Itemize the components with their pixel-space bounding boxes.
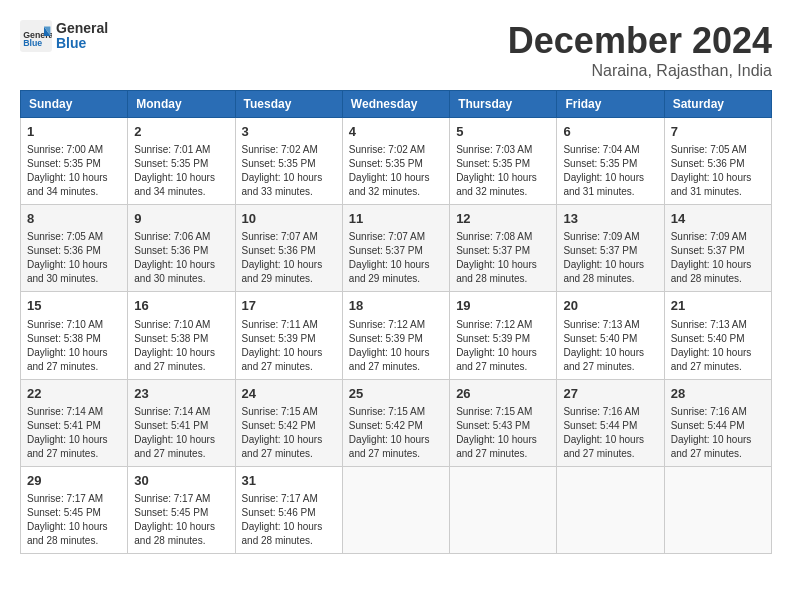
day-number: 2	[134, 123, 228, 141]
day-number: 17	[242, 297, 336, 315]
day-number: 27	[563, 385, 657, 403]
day-number: 18	[349, 297, 443, 315]
day-info: Sunrise: 7:10 AM Sunset: 5:38 PM Dayligh…	[27, 318, 121, 374]
day-info: Sunrise: 7:14 AM Sunset: 5:41 PM Dayligh…	[27, 405, 121, 461]
calendar-day-cell: 12Sunrise: 7:08 AM Sunset: 5:37 PM Dayli…	[450, 205, 557, 292]
day-number: 8	[27, 210, 121, 228]
day-number: 22	[27, 385, 121, 403]
day-number: 24	[242, 385, 336, 403]
day-info: Sunrise: 7:15 AM Sunset: 5:43 PM Dayligh…	[456, 405, 550, 461]
day-number: 4	[349, 123, 443, 141]
day-info: Sunrise: 7:05 AM Sunset: 5:36 PM Dayligh…	[671, 143, 765, 199]
day-number: 14	[671, 210, 765, 228]
calendar-day-cell: 7Sunrise: 7:05 AM Sunset: 5:36 PM Daylig…	[664, 118, 771, 205]
calendar-day-cell: 15Sunrise: 7:10 AM Sunset: 5:38 PM Dayli…	[21, 292, 128, 379]
day-number: 9	[134, 210, 228, 228]
day-number: 19	[456, 297, 550, 315]
day-info: Sunrise: 7:10 AM Sunset: 5:38 PM Dayligh…	[134, 318, 228, 374]
calendar-day-cell: 1Sunrise: 7:00 AM Sunset: 5:35 PM Daylig…	[21, 118, 128, 205]
calendar-row: 22Sunrise: 7:14 AM Sunset: 5:41 PM Dayli…	[21, 379, 772, 466]
day-number: 31	[242, 472, 336, 490]
calendar-header-row: SundayMondayTuesdayWednesdayThursdayFrid…	[21, 91, 772, 118]
day-of-week-header: Friday	[557, 91, 664, 118]
day-number: 23	[134, 385, 228, 403]
calendar-day-cell: 31Sunrise: 7:17 AM Sunset: 5:46 PM Dayli…	[235, 466, 342, 553]
day-info: Sunrise: 7:17 AM Sunset: 5:46 PM Dayligh…	[242, 492, 336, 548]
day-info: Sunrise: 7:09 AM Sunset: 5:37 PM Dayligh…	[563, 230, 657, 286]
calendar-row: 8Sunrise: 7:05 AM Sunset: 5:36 PM Daylig…	[21, 205, 772, 292]
day-info: Sunrise: 7:13 AM Sunset: 5:40 PM Dayligh…	[671, 318, 765, 374]
calendar-day-cell: 23Sunrise: 7:14 AM Sunset: 5:41 PM Dayli…	[128, 379, 235, 466]
day-of-week-header: Sunday	[21, 91, 128, 118]
svg-text:Blue: Blue	[23, 38, 42, 48]
calendar-day-cell: 16Sunrise: 7:10 AM Sunset: 5:38 PM Dayli…	[128, 292, 235, 379]
calendar-row: 1Sunrise: 7:00 AM Sunset: 5:35 PM Daylig…	[21, 118, 772, 205]
day-of-week-header: Monday	[128, 91, 235, 118]
calendar-day-cell: 18Sunrise: 7:12 AM Sunset: 5:39 PM Dayli…	[342, 292, 449, 379]
calendar-day-cell: 2Sunrise: 7:01 AM Sunset: 5:35 PM Daylig…	[128, 118, 235, 205]
day-number: 5	[456, 123, 550, 141]
day-number: 21	[671, 297, 765, 315]
day-info: Sunrise: 7:02 AM Sunset: 5:35 PM Dayligh…	[349, 143, 443, 199]
day-info: Sunrise: 7:17 AM Sunset: 5:45 PM Dayligh…	[134, 492, 228, 548]
day-number: 7	[671, 123, 765, 141]
day-info: Sunrise: 7:07 AM Sunset: 5:37 PM Dayligh…	[349, 230, 443, 286]
day-number: 30	[134, 472, 228, 490]
day-number: 28	[671, 385, 765, 403]
day-number: 11	[349, 210, 443, 228]
day-of-week-header: Saturday	[664, 91, 771, 118]
day-of-week-header: Tuesday	[235, 91, 342, 118]
calendar-day-cell: 3Sunrise: 7:02 AM Sunset: 5:35 PM Daylig…	[235, 118, 342, 205]
calendar-day-cell: 24Sunrise: 7:15 AM Sunset: 5:42 PM Dayli…	[235, 379, 342, 466]
day-info: Sunrise: 7:15 AM Sunset: 5:42 PM Dayligh…	[349, 405, 443, 461]
day-number: 13	[563, 210, 657, 228]
calendar-day-cell: 6Sunrise: 7:04 AM Sunset: 5:35 PM Daylig…	[557, 118, 664, 205]
day-number: 20	[563, 297, 657, 315]
logo-blue: Blue	[56, 36, 108, 51]
calendar-day-cell: 22Sunrise: 7:14 AM Sunset: 5:41 PM Dayli…	[21, 379, 128, 466]
day-number: 3	[242, 123, 336, 141]
calendar-day-cell: 28Sunrise: 7:16 AM Sunset: 5:44 PM Dayli…	[664, 379, 771, 466]
day-of-week-header: Thursday	[450, 91, 557, 118]
day-info: Sunrise: 7:01 AM Sunset: 5:35 PM Dayligh…	[134, 143, 228, 199]
calendar-day-cell: 8Sunrise: 7:05 AM Sunset: 5:36 PM Daylig…	[21, 205, 128, 292]
day-info: Sunrise: 7:16 AM Sunset: 5:44 PM Dayligh…	[671, 405, 765, 461]
day-info: Sunrise: 7:12 AM Sunset: 5:39 PM Dayligh…	[349, 318, 443, 374]
day-number: 6	[563, 123, 657, 141]
day-info: Sunrise: 7:09 AM Sunset: 5:37 PM Dayligh…	[671, 230, 765, 286]
day-info: Sunrise: 7:04 AM Sunset: 5:35 PM Dayligh…	[563, 143, 657, 199]
day-info: Sunrise: 7:03 AM Sunset: 5:35 PM Dayligh…	[456, 143, 550, 199]
calendar-day-cell: 14Sunrise: 7:09 AM Sunset: 5:37 PM Dayli…	[664, 205, 771, 292]
day-number: 1	[27, 123, 121, 141]
day-info: Sunrise: 7:15 AM Sunset: 5:42 PM Dayligh…	[242, 405, 336, 461]
calendar-day-cell: 4Sunrise: 7:02 AM Sunset: 5:35 PM Daylig…	[342, 118, 449, 205]
calendar-empty-cell	[342, 466, 449, 553]
calendar-day-cell: 5Sunrise: 7:03 AM Sunset: 5:35 PM Daylig…	[450, 118, 557, 205]
day-info: Sunrise: 7:00 AM Sunset: 5:35 PM Dayligh…	[27, 143, 121, 199]
calendar-empty-cell	[557, 466, 664, 553]
calendar-day-cell: 25Sunrise: 7:15 AM Sunset: 5:42 PM Dayli…	[342, 379, 449, 466]
calendar-day-cell: 20Sunrise: 7:13 AM Sunset: 5:40 PM Dayli…	[557, 292, 664, 379]
calendar-empty-cell	[450, 466, 557, 553]
title-area: December 2024 Naraina, Rajasthan, India	[508, 20, 772, 80]
calendar-table: SundayMondayTuesdayWednesdayThursdayFrid…	[20, 90, 772, 554]
logo-general: General	[56, 21, 108, 36]
day-info: Sunrise: 7:14 AM Sunset: 5:41 PM Dayligh…	[134, 405, 228, 461]
day-number: 29	[27, 472, 121, 490]
calendar-day-cell: 11Sunrise: 7:07 AM Sunset: 5:37 PM Dayli…	[342, 205, 449, 292]
day-number: 10	[242, 210, 336, 228]
page-header: General Blue General Blue December 2024 …	[20, 20, 772, 80]
day-number: 16	[134, 297, 228, 315]
day-number: 26	[456, 385, 550, 403]
calendar-day-cell: 21Sunrise: 7:13 AM Sunset: 5:40 PM Dayli…	[664, 292, 771, 379]
calendar-day-cell: 27Sunrise: 7:16 AM Sunset: 5:44 PM Dayli…	[557, 379, 664, 466]
day-info: Sunrise: 7:16 AM Sunset: 5:44 PM Dayligh…	[563, 405, 657, 461]
calendar-day-cell: 30Sunrise: 7:17 AM Sunset: 5:45 PM Dayli…	[128, 466, 235, 553]
day-number: 15	[27, 297, 121, 315]
day-info: Sunrise: 7:12 AM Sunset: 5:39 PM Dayligh…	[456, 318, 550, 374]
day-info: Sunrise: 7:13 AM Sunset: 5:40 PM Dayligh…	[563, 318, 657, 374]
calendar-row: 29Sunrise: 7:17 AM Sunset: 5:45 PM Dayli…	[21, 466, 772, 553]
day-info: Sunrise: 7:11 AM Sunset: 5:39 PM Dayligh…	[242, 318, 336, 374]
logo: General Blue General Blue	[20, 20, 108, 52]
location-subtitle: Naraina, Rajasthan, India	[508, 62, 772, 80]
